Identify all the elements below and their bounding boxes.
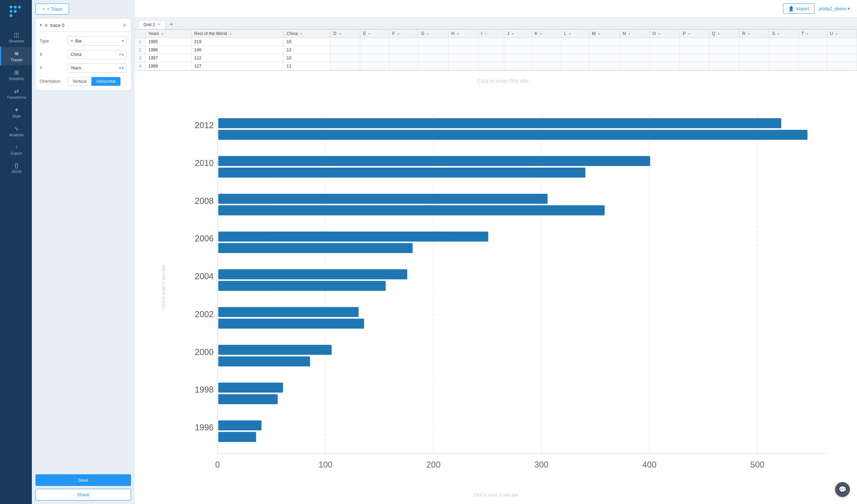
svg-rect-27 <box>218 205 605 215</box>
grid-col-g[interactable]: G ▼ <box>418 30 449 38</box>
grid-table: Years ▼ Rest of the World ▼ China ▼ D ▼ … <box>135 29 857 70</box>
top-bar: 👤 Import plotly2_demo ▾ <box>135 0 857 18</box>
traces-icon: ≋ <box>1 50 32 57</box>
orientation-horizontal-button[interactable]: Horizontal <box>91 77 120 86</box>
sidebar-item-structure[interactable]: ◫ Structure <box>0 28 32 47</box>
sidebar-item-export[interactable]: ↑ Export <box>0 141 32 159</box>
svg-text:2006: 2006 <box>195 234 214 243</box>
chat-button[interactable]: 💬 <box>835 482 850 497</box>
sidebar-item-style[interactable]: ✦ Style <box>0 103 32 122</box>
transforms-icon: ⇄ <box>1 88 32 94</box>
grid-col-n[interactable]: N ▼ <box>620 30 649 38</box>
svg-rect-41 <box>218 383 283 393</box>
svg-rect-21 <box>218 130 807 140</box>
table-row: 3199711210 <box>135 54 857 62</box>
plus-icon: + <box>42 6 45 12</box>
type-label: Type <box>40 39 64 44</box>
svg-rect-24 <box>218 167 585 177</box>
grid-tab-close[interactable]: ✕ <box>157 23 160 27</box>
x-clear-button[interactable]: ✕ <box>118 52 122 57</box>
grid-col-d[interactable]: D ▼ <box>330 30 360 38</box>
app-logo[interactable] <box>8 4 24 21</box>
svg-rect-32 <box>218 269 407 279</box>
svg-point-2 <box>18 6 21 8</box>
x-dropdown-arrow: ▾ <box>122 53 124 57</box>
svg-point-5 <box>10 14 12 17</box>
chart-container: Click to enter Plot title Click to enter… <box>135 71 857 504</box>
x-field-select[interactable]: China ✕ ▾ <box>67 50 127 59</box>
grid-col-l[interactable]: L ▼ <box>561 30 589 38</box>
trace-card: ▾ ≡ trace 0 ✕ Type ≡ Bar ▾ X China <box>35 19 131 90</box>
svg-rect-30 <box>218 243 413 253</box>
grid-body: 1199521916219961461331997112104199812711 <box>135 38 857 70</box>
sidebar-item-subplots[interactable]: ⊞ Subplots <box>0 65 32 84</box>
grid-col-k[interactable]: K ▼ <box>532 30 561 38</box>
grid-col-years[interactable]: Years ▼ <box>146 30 192 38</box>
sidebar: ◫ Structure ≋ Traces ⊞ Subplots ⇄ Transf… <box>0 0 32 504</box>
x-field-row: X China ✕ ▾ <box>40 50 127 59</box>
svg-text:0: 0 <box>215 460 220 469</box>
style-icon: ✦ <box>1 107 32 113</box>
svg-text:2004: 2004 <box>195 271 214 281</box>
grid-col-h[interactable]: H ▼ <box>448 30 478 38</box>
grid-col-u[interactable]: U ▼ <box>827 30 857 38</box>
table-row: 1199521916 <box>135 38 857 46</box>
y-field-row: Y Years ✕ ▾ <box>40 63 127 73</box>
table-row: 4199812711 <box>135 62 857 70</box>
grid-col-rest[interactable]: Rest of the World ▼ <box>191 30 284 38</box>
trace-type-icon: ≡ <box>45 22 47 28</box>
structure-icon: ◫ <box>1 31 32 38</box>
trace-card-body: Type ≡ Bar ▾ X China ✕ ▾ <box>35 32 131 90</box>
svg-rect-38 <box>218 345 331 355</box>
svg-rect-44 <box>218 420 261 430</box>
grid-tab-1[interactable]: Grid 1 ✕ <box>138 20 165 29</box>
sidebar-item-traces[interactable]: ≋ Traces <box>0 47 32 65</box>
subplots-icon: ⊞ <box>1 69 32 76</box>
import-icon: 👤 <box>788 6 794 11</box>
type-select[interactable]: ≡ Bar ▾ <box>67 36 127 46</box>
grid-col-t[interactable]: T ▼ <box>798 30 827 38</box>
svg-rect-20 <box>218 118 781 128</box>
svg-text:2010: 2010 <box>195 158 214 168</box>
svg-text:400: 400 <box>642 460 657 469</box>
trace-card-header: ▾ ≡ trace 0 ✕ <box>35 19 131 32</box>
svg-text:100: 100 <box>318 460 333 469</box>
grid-col-o[interactable]: O ▼ <box>649 30 680 38</box>
grid-col-i[interactable]: I ▼ <box>478 30 504 38</box>
grid-col-m[interactable]: M ▼ <box>589 30 620 38</box>
chart-svg-wrapper: 0 100 200 300 400 500 2012 2010 <box>156 87 850 496</box>
close-trace-button[interactable]: ✕ <box>123 22 127 28</box>
left-panel: + + Trace ▾ ≡ trace 0 ✕ Type ≡ Bar ▾ X <box>32 0 135 504</box>
sidebar-item-json[interactable]: {} JSON <box>0 159 32 177</box>
import-button[interactable]: 👤 Import <box>783 4 815 14</box>
grid-col-f[interactable]: F ▼ <box>389 30 418 38</box>
grid-col-q[interactable]: Q ▼ <box>709 30 739 38</box>
grid-col-s[interactable]: S ▼ <box>769 30 799 38</box>
sidebar-item-transforms[interactable]: ⇄ Transforms <box>0 84 32 103</box>
orientation-buttons: Vertical Horizontal <box>67 77 121 86</box>
sidebar-item-analysis[interactable]: ∿ Analysis <box>0 122 32 141</box>
grid-col-j[interactable]: J ▼ <box>504 30 532 38</box>
grid-col-p[interactable]: P ▼ <box>680 30 709 38</box>
y-field-select[interactable]: Years ✕ ▾ <box>67 63 127 73</box>
svg-text:200: 200 <box>426 460 441 469</box>
collapse-icon[interactable]: ▾ <box>40 23 42 28</box>
chart-area: Click to enter Plot title Click to enter… <box>135 71 857 504</box>
type-dropdown-arrow: ▾ <box>122 39 124 43</box>
chat-icon: 💬 <box>839 486 846 493</box>
y-clear-button[interactable]: ✕ <box>118 65 122 70</box>
plot-title[interactable]: Click to enter Plot title <box>156 78 850 84</box>
bar-chart-icon: ≡ <box>70 38 73 44</box>
add-grid-tab-button[interactable]: + <box>167 20 176 29</box>
grid-row-num-header <box>135 30 146 38</box>
share-button[interactable]: Share <box>35 489 131 500</box>
trace-name-label: trace 0 <box>50 23 120 28</box>
user-account[interactable]: plotly2_demo ▾ <box>819 6 850 11</box>
add-trace-button[interactable]: + + Trace <box>35 4 69 15</box>
grid-col-e[interactable]: E ▼ <box>360 30 390 38</box>
save-button[interactable]: Save <box>35 474 131 486</box>
grid-col-china[interactable]: China ▼ <box>284 30 330 38</box>
orientation-vertical-button[interactable]: Vertical <box>68 77 91 86</box>
svg-text:2012: 2012 <box>195 120 214 130</box>
grid-col-r[interactable]: R ▼ <box>739 30 769 38</box>
